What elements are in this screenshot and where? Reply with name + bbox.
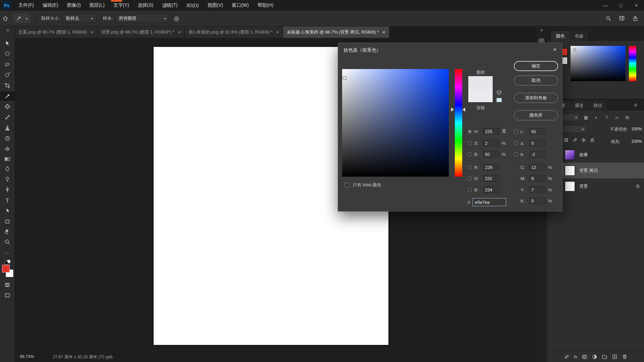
b-input[interactable] — [483, 151, 499, 158]
web-safe-color-swatch[interactable] — [496, 98, 502, 102]
menu-3d[interactable]: 3D(D) — [182, 0, 203, 11]
panel-collapse-icon[interactable]: « — [535, 27, 547, 33]
layer-style-fx-icon[interactable]: fx — [574, 354, 577, 359]
zoom-level[interactable]: 88.73% — [20, 354, 34, 359]
screen-mode-icon[interactable] — [2, 291, 12, 300]
color-field-marker[interactable] — [342, 76, 346, 80]
tab-swatches[interactable]: 色板 — [570, 31, 589, 41]
m-input[interactable] — [529, 175, 545, 182]
sample-dropdown[interactable]: 所有图层 ▾ — [115, 14, 169, 23]
layer-name[interactable]: 背景 拷贝 — [579, 168, 598, 174]
menu-layer[interactable]: 图层(L) — [85, 0, 109, 11]
menu-help[interactable]: 帮助(H) — [253, 0, 278, 11]
background-proxy-swatch[interactable] — [562, 57, 568, 64]
foreground-proxy-swatch[interactable] — [562, 48, 568, 56]
search-icon[interactable] — [603, 13, 614, 24]
lock-all-icon[interactable] — [590, 138, 595, 142]
tool-rectangle-icon[interactable] — [2, 217, 12, 226]
panel-menu-icon[interactable]: ≡ — [634, 102, 637, 108]
document-tab-3[interactable]: 前1-恢复的.png @ 82.6% (图层 1, RGB/8) * × — [185, 26, 283, 38]
h-radio[interactable] — [468, 129, 472, 134]
r-radio[interactable] — [468, 165, 472, 170]
tool-move-icon[interactable] — [2, 39, 12, 48]
sample-size-dropdown[interactable]: 取样点 ▾ — [63, 14, 96, 23]
tab-close-icon[interactable]: × — [178, 29, 181, 35]
tab-close-icon[interactable]: × — [91, 29, 94, 35]
menu-window[interactable]: 窗口(W) — [227, 0, 253, 11]
document-tab-1[interactable]: 文案.png @ 80.7% (图层 1, RGB/8) × — [15, 26, 98, 38]
menu-view[interactable]: 视图(V) — [203, 0, 227, 11]
tool-dodge-icon[interactable] — [2, 174, 12, 184]
menu-filter[interactable]: 滤镜(T) — [158, 0, 182, 11]
filter-pixel-layers-icon[interactable]: ▦ — [582, 115, 590, 120]
new-layer-icon[interactable] — [612, 354, 618, 360]
hue-slider-handle-right[interactable] — [463, 108, 465, 112]
filter-type-layers-icon[interactable]: T — [603, 115, 611, 120]
minimize-button[interactable]: — — [598, 0, 613, 11]
tab-channels[interactable]: 通道 — [570, 101, 589, 110]
b3-radio[interactable] — [514, 152, 518, 157]
tool-more-icon[interactable]: ··· — [2, 248, 12, 257]
tab-color[interactable]: 颜色 — [551, 31, 570, 41]
maximize-button[interactable]: □ — [613, 0, 629, 11]
tool-quick-selection-icon[interactable] — [2, 70, 12, 79]
adjustment-layer-icon[interactable] — [592, 354, 597, 360]
menu-file[interactable]: 文件(F) — [14, 0, 38, 11]
tool-eyedropper-icon[interactable] — [0, 92, 15, 101]
tool-hand-icon[interactable] — [2, 227, 12, 237]
b3-input[interactable] — [529, 151, 545, 158]
tool-clone-stamp-icon[interactable] — [2, 123, 12, 133]
tool-gradient-icon[interactable] — [2, 154, 12, 164]
h-input[interactable] — [483, 128, 499, 135]
share-icon[interactable] — [630, 13, 641, 24]
eyedropper-tool-badge[interactable]: ▾ — [13, 14, 30, 23]
new-group-folder-icon[interactable] — [602, 354, 607, 360]
color-panel-hue-strip[interactable] — [629, 46, 636, 81]
sample-ring-icon[interactable]: ◎ — [174, 15, 179, 22]
l-radio[interactable] — [514, 129, 518, 134]
g-input[interactable] — [483, 175, 499, 182]
tool-lasso-icon[interactable] — [2, 60, 12, 69]
y-input[interactable] — [529, 186, 545, 193]
b-radio[interactable] — [468, 152, 472, 157]
add-to-swatches-button[interactable]: 添加到色板 — [514, 93, 558, 103]
tool-pen-icon[interactable] — [2, 185, 12, 194]
b2-input[interactable] — [483, 186, 499, 193]
tab-paths[interactable]: 路径 — [589, 101, 607, 110]
tool-eraser-icon[interactable] — [2, 144, 12, 153]
tool-brush-icon[interactable] — [2, 113, 12, 122]
layer-thumbnail[interactable] — [565, 166, 575, 176]
a-input[interactable] — [529, 140, 545, 146]
k-input[interactable] — [529, 197, 545, 204]
layer-thumbnail[interactable] — [565, 181, 575, 191]
workspace-icon[interactable] — [616, 13, 627, 24]
layer-name[interactable]: 效果 — [579, 152, 588, 158]
menu-edit[interactable]: 编辑(E) — [38, 0, 63, 11]
hex-input[interactable] — [473, 198, 506, 206]
color-panel-field[interactable] — [571, 46, 626, 81]
tab-close-icon[interactable]: × — [276, 29, 279, 35]
l-input[interactable] — [529, 128, 545, 135]
color-libraries-button[interactable]: 颜色库 — [514, 110, 558, 120]
tab-close-icon[interactable]: × — [382, 29, 385, 35]
filter-shape-layers-icon[interactable]: ▱ — [613, 115, 621, 120]
r-input[interactable] — [483, 164, 499, 171]
ok-button[interactable]: 确定 — [514, 61, 558, 71]
cancel-button[interactable]: 取消 — [514, 75, 558, 85]
tool-elliptical-marquee-icon[interactable] — [2, 49, 12, 58]
g-radio[interactable] — [468, 176, 472, 181]
filter-smart-object-icon[interactable]: ⊞ — [623, 115, 631, 120]
color-panel-field-marker[interactable] — [573, 48, 576, 51]
delete-layer-trash-icon[interactable] — [622, 354, 628, 360]
lock-position-icon[interactable] — [581, 138, 586, 142]
menu-image[interactable]: 图像(I) — [63, 0, 85, 11]
photoshop-logo[interactable]: Ps — [3, 1, 11, 9]
tool-path-select-icon[interactable] — [2, 206, 12, 216]
tool-spot-healing-icon[interactable] — [2, 102, 12, 111]
status-expand-icon[interactable]: › — [110, 354, 112, 359]
lock-pixels-icon[interactable] — [573, 138, 577, 142]
layer-mask-icon[interactable] — [582, 354, 587, 360]
fill-value[interactable]: 100% — [631, 139, 642, 144]
lock-transparency-icon[interactable] — [564, 138, 569, 142]
quick-mask-icon[interactable] — [2, 280, 12, 290]
